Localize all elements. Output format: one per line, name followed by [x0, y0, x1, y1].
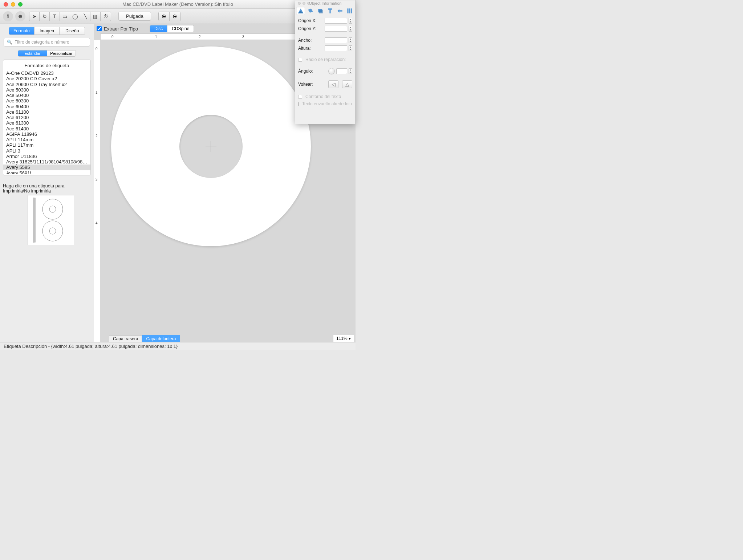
list-item[interactable]: AGIPA 118946 [3, 131, 90, 137]
close-window-button[interactable] [4, 2, 8, 7]
svg-rect-9 [349, 8, 350, 13]
list-item[interactable]: Ace 50300 [3, 87, 90, 93]
tab-diseno[interactable]: Diseño [60, 27, 85, 35]
svg-rect-1 [34, 198, 35, 242]
angle-knob[interactable] [328, 68, 335, 74]
list-item[interactable]: Ace 60300 [3, 98, 90, 104]
label-origin-y: Origen Y: [298, 26, 323, 31]
rotate-tool[interactable]: ↻ [40, 12, 50, 21]
tab-imagen[interactable]: Imagen [34, 27, 60, 35]
sidebar-subtabs: Estándar Personalizar [18, 50, 76, 57]
origin-y-field[interactable] [325, 26, 347, 32]
mask-icon[interactable]: ☻ [15, 11, 25, 21]
radius-checkbox[interactable] [298, 58, 302, 62]
svg-rect-0 [33, 198, 34, 242]
zoom-in-button[interactable]: ⊕ [159, 12, 170, 21]
zoom-window-button[interactable] [18, 2, 23, 7]
list-item[interactable]: Ace 60400 [3, 104, 90, 109]
subtab-estandar[interactable]: Estándar [18, 50, 47, 56]
origin-y-stepper[interactable]: ▴▾ [349, 26, 352, 32]
text-wrap-checkbox[interactable] [298, 102, 299, 106]
svg-rect-7 [319, 10, 323, 13]
rect-tool[interactable]: ▭ [60, 12, 70, 21]
panel-zoom-button[interactable] [307, 2, 310, 5]
text-outline-checkbox[interactable] [298, 95, 302, 99]
list-item[interactable]: APLI 114mm [3, 137, 90, 142]
list-item[interactable]: Ace 50400 [3, 93, 90, 98]
width-field[interactable] [325, 37, 347, 43]
height-stepper[interactable]: ▴▾ [349, 45, 352, 51]
subtab-personalizar[interactable]: Personalizar [47, 50, 76, 56]
flip-vertical-button[interactable]: △ [342, 80, 352, 88]
list-item[interactable]: APLI 117mm [3, 142, 90, 148]
origin-x-stepper[interactable]: ▴▾ [349, 18, 352, 24]
inspector-tab-geometry-icon[interactable] [296, 7, 305, 15]
list-item[interactable]: APLI 3 [3, 148, 90, 154]
tab-disc[interactable]: Disc [150, 25, 167, 32]
disc-hole [179, 115, 243, 178]
unit-dropdown[interactable]: Pulgada [118, 12, 151, 21]
list-item[interactable]: Ace 61200 [3, 115, 90, 120]
zoom-level-dropdown[interactable]: 111% ▾ [333, 335, 354, 342]
list-item[interactable]: Armor U11836 [3, 154, 90, 159]
inspector-tab-layers-icon[interactable] [345, 7, 354, 15]
tab-front-layer[interactable]: Capa delantera [142, 335, 180, 342]
sidebar: Formato Imagen Diseño 🔍 Filtro de catego… [0, 24, 94, 342]
svg-rect-10 [351, 8, 352, 13]
disc-label[interactable] [111, 46, 311, 246]
extract-by-type-checkbox[interactable]: Extraer Por Tipo [97, 26, 138, 32]
preview-hint: Haga clic en una etiqueta para Imprimirl… [3, 183, 91, 194]
list-item[interactable]: Avery 5585 [3, 165, 90, 170]
barcode-tool[interactable]: ▥ [90, 12, 101, 21]
origin-x-field[interactable] [325, 18, 347, 24]
panel-minimize-button[interactable] [303, 2, 305, 5]
svg-point-5 [49, 228, 56, 234]
panel-close-button[interactable] [298, 2, 301, 5]
label-width: Ancho: [298, 38, 323, 43]
list-item[interactable]: Avery 5691L [3, 170, 90, 174]
angle-stepper[interactable]: ▴▾ [349, 68, 352, 74]
label-angle: Ángulo: [298, 69, 325, 74]
minimize-window-button[interactable] [11, 2, 15, 7]
list-header: Formatos de etiqueta [3, 61, 90, 70]
inspector-tab-text-icon[interactable] [326, 7, 334, 15]
search-input[interactable]: 🔍 Filtro de categoría o número [4, 38, 90, 46]
svg-rect-8 [347, 8, 348, 13]
flip-horizontal-button[interactable]: ◁ [328, 80, 338, 88]
object-information-panel: Object Information Origen X:▴▾ Origen Y:… [295, 0, 356, 124]
label-sheet-preview[interactable] [28, 195, 74, 245]
list-item[interactable]: Ace 20200 CD Cover x2 [3, 76, 90, 81]
label-outline: Contorno del texto [305, 94, 341, 99]
clock-tool[interactable]: ⏱ [101, 12, 111, 21]
tab-formato[interactable]: Formato [9, 27, 34, 35]
label-flip: Voltear: [298, 82, 325, 87]
info-icon[interactable]: ℹ [3, 11, 13, 21]
pointer-tool[interactable]: ➤ [29, 12, 40, 21]
tab-cdspine[interactable]: CDSpine [167, 25, 194, 32]
line-tool[interactable]: ╲ [80, 12, 90, 21]
inspector-tab-fill-icon[interactable] [306, 7, 315, 15]
list-item[interactable]: Avery 31625/11111/98104/98108/98110 STC [3, 159, 90, 165]
ellipse-tool[interactable]: ◯ [70, 12, 80, 21]
status-bar: Etiqueta Descripción - {width:4.61 pulga… [0, 342, 356, 350]
zoom-out-button[interactable]: ⊖ [170, 12, 180, 21]
svg-point-4 [42, 221, 63, 241]
list-item[interactable]: Ace 61300 [3, 120, 90, 126]
height-field[interactable] [325, 45, 347, 51]
list-item[interactable]: Ace 61400 [3, 126, 90, 131]
list-item[interactable]: Ace 61100 [3, 109, 90, 115]
list-item[interactable]: Ace 20600 CD Tray Insert x2 [3, 82, 90, 87]
format-list[interactable]: A-One CD/DVD 29123Ace 20200 CD Cover x2A… [3, 70, 90, 174]
search-icon: 🔍 [7, 40, 12, 45]
label-height: Altura: [298, 46, 323, 51]
inspector-tab-shadow-icon[interactable] [316, 7, 325, 15]
angle-field[interactable] [336, 68, 347, 74]
width-stepper[interactable]: ▴▾ [349, 37, 352, 43]
text-tool[interactable]: T [50, 12, 60, 21]
inspector-tab-arrange-icon[interactable] [336, 7, 344, 15]
tab-back-layer[interactable]: Capa trasera [109, 335, 142, 342]
list-item[interactable]: A-One CD/DVD 29123 [3, 70, 90, 76]
sidebar-tabs: Formato Imagen Diseño [9, 27, 85, 35]
label-radius: Radio de reparación: [305, 57, 352, 62]
svg-point-2 [42, 199, 63, 219]
